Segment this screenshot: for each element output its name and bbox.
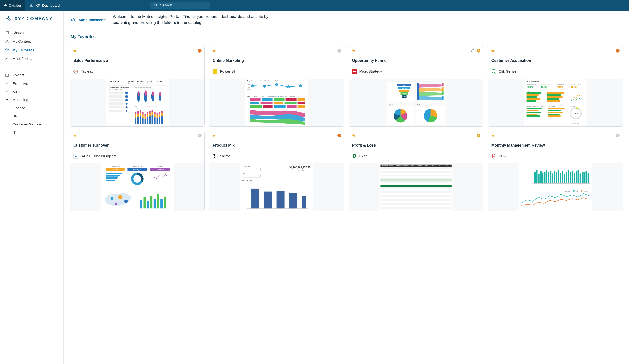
svg-text:PDF: PDF <box>492 156 495 158</box>
svg-rect-163 <box>526 92 541 94</box>
nav-show-all[interactable]: Show All <box>0 28 63 37</box>
nav-most-popular[interactable]: Most Popular <box>0 54 63 63</box>
svg-rect-43 <box>137 114 139 117</box>
powerbi-icon <box>213 69 217 74</box>
svg-point-0 <box>154 4 157 6</box>
svg-rect-209 <box>140 200 142 208</box>
svg-text:December: December <box>403 165 408 167</box>
sigma-icon <box>213 154 217 159</box>
star-icon[interactable]: ★ <box>352 48 355 53</box>
svg-rect-46 <box>140 113 141 116</box>
card-title: Product Mix <box>213 143 340 148</box>
svg-rect-70 <box>159 114 160 117</box>
svg-text:June: June <box>446 165 448 167</box>
card-opportunity-funnel[interactable]: ★ ✓ Opportunity Funnel MicroStrategy <box>348 46 483 127</box>
nav-my-favorites[interactable]: My Favorites <box>0 45 63 54</box>
card-source: Sigma <box>213 154 340 159</box>
logo-icon <box>6 16 11 21</box>
svg-rect-164 <box>526 94 538 96</box>
search-input[interactable]: Search <box>150 2 210 9</box>
divider <box>0 67 63 67</box>
svg-point-208 <box>115 203 117 205</box>
folder-hr[interactable]: +HR <box>0 112 63 120</box>
star-icon[interactable]: ★ <box>212 133 216 138</box>
svg-rect-66 <box>157 118 158 124</box>
folder-executive[interactable]: +Executive <box>0 79 63 88</box>
svg-rect-117 <box>274 105 286 108</box>
card-product-mix[interactable]: ★ ✓ Product Mix Sigma Product Type D <box>209 131 344 211</box>
tab-label: KPI Dashboard <box>35 3 60 7</box>
star-icon[interactable]: ★ <box>73 133 77 138</box>
star-icon[interactable]: ★ <box>352 133 355 138</box>
svg-text:Neutral: Neutral <box>292 95 295 97</box>
svg-rect-299 <box>572 171 573 184</box>
svg-text:1399: 1399 <box>403 85 405 86</box>
star-icon[interactable]: ★ <box>491 48 495 53</box>
info-icon[interactable] <box>471 49 475 53</box>
folder-sales[interactable]: +Sales <box>0 88 63 95</box>
star-icon[interactable]: ★ <box>491 133 495 138</box>
verified-icon: ✓ <box>198 134 202 137</box>
svg-text:☺: ☺ <box>264 86 265 87</box>
svg-rect-53 <box>145 114 146 116</box>
card-thumbnail: 1399 1008 (89) 943 (77%) $1.7 (7%) $1 (3… <box>349 79 483 126</box>
folders-header[interactable]: Folders <box>0 71 63 79</box>
megaphone-icon <box>71 17 76 22</box>
card-customer-acquisition[interactable]: ★ ✓ Customer Acquisition Qlik Sense Q1 2… <box>488 46 623 127</box>
svg-rect-32 <box>109 102 123 105</box>
svg-text:February: February <box>417 165 422 167</box>
star-icon[interactable]: ★ <box>212 48 216 53</box>
verified-icon: ✓ <box>337 49 341 53</box>
svg-text:Germany: Germany <box>157 83 161 85</box>
source-label: Excel <box>359 154 368 158</box>
svg-text:% Spending in Q1: % Spending in Q1 <box>526 84 536 85</box>
card-online-marketing[interactable]: ★ ✓ Online Marketing Power BI Experience… <box>209 46 344 127</box>
svg-rect-63 <box>154 117 156 124</box>
svg-text:☺: ☺ <box>252 85 253 87</box>
card-monthly-management-review[interactable]: ★ ✓ Monthly Management Review PDF PDF <box>488 131 623 211</box>
svg-rect-287 <box>548 173 549 184</box>
svg-rect-203 <box>106 180 115 181</box>
nav-label: Show All <box>12 31 26 35</box>
svg-point-95 <box>253 95 254 96</box>
svg-text:Experience: Experience <box>247 80 255 82</box>
svg-text:Ends — 1 May Negative - 5 May : Ends — 1 May Negative - 5 May Positive <box>260 80 282 82</box>
svg-rect-180 <box>526 115 540 117</box>
svg-text:France: France <box>147 83 151 85</box>
svg-rect-233 <box>355 155 356 155</box>
tab-catalog[interactable]: Catalog <box>0 0 25 10</box>
svg-text:$5.3M: $5.3M <box>137 81 143 83</box>
svg-rect-141 <box>442 96 444 100</box>
svg-rect-116 <box>263 105 273 108</box>
folder-marketing[interactable]: +Marketing <box>0 95 63 104</box>
star-icon[interactable]: ★ <box>73 48 77 53</box>
sap-icon: SAP <box>73 154 78 159</box>
svg-text:$1,700,963,637.75: $1,700,963,637.75 <box>289 166 311 169</box>
nav-my-content[interactable]: My Content <box>0 37 63 45</box>
svg-rect-105 <box>250 98 261 101</box>
svg-rect-293 <box>560 173 561 184</box>
company-logo[interactable]: XYZ COMPANY <box>0 10 63 27</box>
folder-it[interactable]: +IT <box>0 128 63 136</box>
folder-customer-service[interactable]: +Customer Service <box>0 120 63 128</box>
plus-icon: + <box>5 89 9 94</box>
svg-rect-213 <box>154 198 156 208</box>
svg-rect-234 <box>355 155 356 156</box>
nav-label: Most Popular <box>12 57 33 61</box>
card-profit-loss[interactable]: ★ ✓ Profit & Loss X Excel <box>348 131 483 211</box>
svg-text:61,00%: 61,00% <box>571 86 577 88</box>
folder-finance[interactable]: +Finance <box>0 104 63 112</box>
card-title: Online Marketing <box>213 58 340 63</box>
card-sales-performance[interactable]: ★ ✓ Sales Performance Tableau OVERVIEW <box>70 46 205 127</box>
card-customer-turnover[interactable]: ★ ✓ Customer Turnover SAP SAP BusinessOb… <box>70 131 205 211</box>
svg-point-33 <box>126 103 128 105</box>
svg-rect-26 <box>109 92 123 94</box>
announcements-link[interactable]: Announcements <box>71 17 107 22</box>
folder-label: Sales <box>12 90 21 94</box>
svg-rect-112 <box>274 101 283 104</box>
folder-label: IT <box>12 130 15 134</box>
svg-rect-306 <box>585 171 587 184</box>
svg-text:95,298: 95,298 <box>113 169 118 171</box>
svg-text:$2.3M: $2.3M <box>157 81 162 83</box>
tab-kpi-dashboard[interactable]: KPI Dashboard <box>25 0 64 10</box>
